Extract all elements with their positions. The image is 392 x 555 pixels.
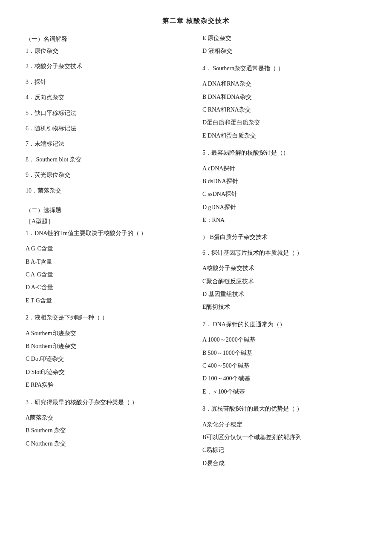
option-item: A 1000～2000个碱基 bbox=[202, 335, 366, 345]
left-column: （一）名词解释 1．原位杂交2．核酸分子杂交技术3．探针4．反向点杂交5．缺口平… bbox=[26, 34, 190, 472]
option-item: B dsDNA探针 bbox=[202, 177, 366, 186]
section1-title: （一）名词解释 bbox=[26, 35, 190, 43]
terms-list: 1．原位杂交2．核酸分子杂交技术3．探针4．反向点杂交5．缺口平移标记法6．随机… bbox=[26, 46, 190, 201]
option-item: E 原位杂交 bbox=[202, 34, 366, 43]
term-item: 10．菌落杂交 bbox=[26, 186, 190, 196]
q1-options: A G-C含量B A-T含量C A-G含量D A-C含量E T-G含量 bbox=[26, 244, 190, 309]
q4-options: A DNA和RNA杂交B DNA和DNA杂交C RNA和RNA杂交D蛋白质和蛋白… bbox=[202, 79, 366, 144]
right-column: E 原位杂交D 液相杂交 4． Southern杂交通常是指（ ） A DNA和… bbox=[202, 34, 366, 472]
option-item: E T-G含量 bbox=[26, 296, 190, 305]
q5-text: 5．最容易降解的核酸探针是（） bbox=[202, 148, 366, 158]
option-item: E RPA实验 bbox=[26, 380, 190, 390]
page-title: 第二章 核酸杂交技术 bbox=[162, 17, 230, 24]
q6-options: A核酸分子杂交技术C聚合酶链反应技术D 基因重组技术E酶切技术 bbox=[202, 264, 366, 316]
option-item: E：RNA bbox=[202, 216, 366, 225]
term-item: 7．末端标记法 bbox=[26, 139, 190, 149]
option-item: B A-T含量 bbox=[26, 257, 190, 267]
page-container: 第二章 核酸杂交技术 （一）名词解释 1．原位杂交2．核酸分子杂交技术3．探针4… bbox=[26, 17, 366, 472]
option-item: A DNA和RNA杂交 bbox=[202, 79, 366, 89]
term-item: 5．缺口平移标记法 bbox=[26, 109, 190, 118]
option-item: D Slot印迹杂交 bbox=[26, 368, 190, 377]
option-item: D易合成 bbox=[202, 459, 366, 468]
q3-options: A菌落杂交B Southern 杂交C Northern 杂交 bbox=[26, 413, 190, 452]
option-item: A核酸分子杂交技术 bbox=[202, 264, 366, 273]
section2-title: （二）选择题 bbox=[26, 207, 190, 214]
option-item: D 基因重组技术 bbox=[202, 290, 366, 299]
option-item: E酶切技术 bbox=[202, 302, 366, 312]
option-item: B DNA和DNA杂交 bbox=[202, 92, 366, 102]
q7-text: 7． DNA探针的长度通常为（） bbox=[202, 320, 366, 329]
option-item: B Southern 杂交 bbox=[26, 426, 190, 435]
option-item: C Northern 杂交 bbox=[26, 439, 190, 449]
term-item: 9．荧光原位杂交 bbox=[26, 170, 190, 180]
option-item: C易标记 bbox=[202, 446, 366, 455]
q2-text: 2．液相杂交是下列哪一种（ ） bbox=[26, 313, 190, 322]
option-item: C 400～500个碱基 bbox=[202, 361, 366, 371]
option-item: D A-C含量 bbox=[26, 283, 190, 292]
bracket-label: ［A型题］ bbox=[26, 218, 190, 225]
option-item: A G-C含量 bbox=[26, 244, 190, 253]
option-item: C A-G含量 bbox=[26, 270, 190, 279]
q3-text: 3．研究得最早的核酸分子杂交种类是（ ） bbox=[26, 398, 190, 407]
q8-options: A杂化分子稳定B可以区分仅仅一个碱基差别的靶序列C易标记D易合成 bbox=[202, 420, 366, 472]
option-item: E．＜100个碱基 bbox=[202, 387, 366, 397]
option-item: A杂化分子稳定 bbox=[202, 420, 366, 429]
option-item: E DNA和蛋白质杂交 bbox=[202, 131, 366, 141]
term-item: 4．反向点杂交 bbox=[26, 93, 190, 102]
q5b-row: ） B蛋白质分子杂交技术 bbox=[202, 233, 366, 242]
term-item: 1．原位杂交 bbox=[26, 46, 190, 56]
option-item: D gDNA探针 bbox=[202, 203, 366, 212]
option-item: C RNA和RNA杂交 bbox=[202, 105, 366, 115]
option-item: D 液相杂交 bbox=[202, 46, 366, 56]
q1-text: 1．DNA链的Tm值主要取决于核酸分子的（ ） bbox=[26, 229, 190, 238]
term-item: 8． Southern blot 杂交 bbox=[26, 155, 190, 164]
option-item: B可以区分仅仅一个碱基差别的靶序列 bbox=[202, 433, 366, 442]
term-item: 6．随机引物标记法 bbox=[26, 124, 190, 133]
option-item: B Northem印迹杂交 bbox=[26, 342, 190, 351]
option-item: D蛋白质和蛋白质杂交 bbox=[202, 118, 366, 127]
header-section: 第二章 核酸杂交技术 bbox=[26, 17, 366, 25]
option-item: C Dot印迹杂交 bbox=[26, 354, 190, 364]
option-item: A cDNA探针 bbox=[202, 164, 366, 173]
two-col-layout: （一）名词解释 1．原位杂交2．核酸分子杂交技术3．探针4．反向点杂交5．缺口平… bbox=[26, 34, 366, 472]
option-item: C ssDNA探针 bbox=[202, 190, 366, 199]
term-item: 3．探针 bbox=[26, 78, 190, 87]
q7-options: A 1000～2000个碱基B 500～1000个碱基C 400～500个碱基D… bbox=[202, 335, 366, 400]
q2-options: A Southem印迹杂交B Northem印迹杂交C Dot印迹杂交D Slo… bbox=[26, 329, 190, 394]
q4-text: 4． Southern杂交通常是指（ ） bbox=[202, 64, 366, 73]
term-item: 2．核酸分子杂交技术 bbox=[26, 62, 190, 71]
option-item: B 500～1000个碱基 bbox=[202, 348, 366, 358]
option-item: D 100～400个碱基 bbox=[202, 374, 366, 383]
option-item: A Southem印迹杂交 bbox=[26, 329, 190, 338]
q8-text: 8．寡核苷酸探针的最大的优势是（ ） bbox=[202, 404, 366, 414]
q3-continued-options: E 原位杂交D 液相杂交 bbox=[202, 34, 366, 60]
option-item: A菌落杂交 bbox=[26, 413, 190, 423]
option-item: C聚合酶链反应技术 bbox=[202, 277, 366, 286]
q6-text: 6．探针基因芯片技术的本质就是（ ） bbox=[202, 248, 366, 258]
q5-options: A cDNA探针B dsDNA探针C ssDNA探针D gDNA探针E：RNA bbox=[202, 164, 366, 229]
